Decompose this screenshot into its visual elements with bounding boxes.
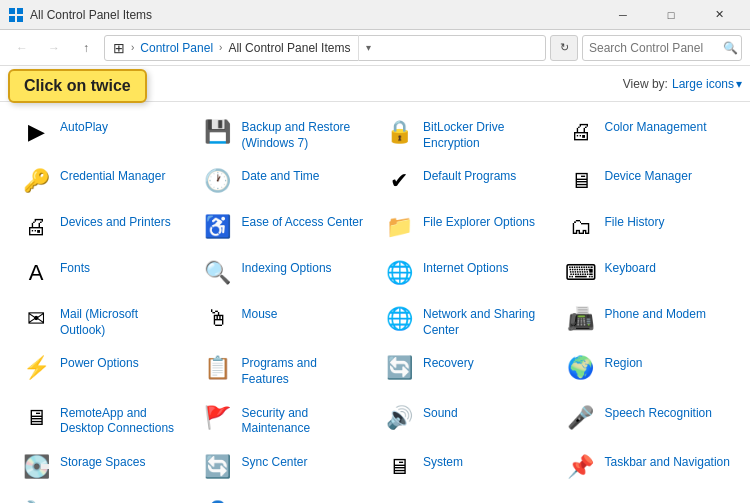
cp-item-troubleshoot[interactable]: 🔧Troubleshooting xyxy=(12,491,194,503)
cp-item-power[interactable]: ⚡Power Options xyxy=(12,346,194,393)
tooltip-bubble: Click on twice xyxy=(8,69,147,103)
cp-item-backup[interactable]: 💾Backup and Restore (Windows 7) xyxy=(194,110,376,157)
cp-item-sound[interactable]: 🔊Sound xyxy=(375,396,557,443)
backup-icon: 💾 xyxy=(202,116,234,148)
title-bar-controls: ─ □ ✕ xyxy=(600,0,742,30)
mouse-label: Mouse xyxy=(242,303,368,323)
fonts-label: Fonts xyxy=(60,257,186,277)
cp-item-winmobility[interactable]: 💻Windows Mobility Center xyxy=(557,491,739,503)
back-button[interactable]: ← xyxy=(8,34,36,62)
indexing-icon: 🔍 xyxy=(202,257,234,289)
view-by-label: View by: xyxy=(623,77,668,91)
cp-item-phone[interactable]: 📠Phone and Modem xyxy=(557,297,739,344)
cp-item-remoteapp[interactable]: 🖥RemoteApp and Desktop Connections xyxy=(12,396,194,443)
search-button[interactable]: 🔍 xyxy=(723,41,738,55)
items-grid: ▶AutoPlay💾Backup and Restore (Windows 7)… xyxy=(12,110,738,503)
back-icon: ← xyxy=(16,41,28,55)
refresh-icon: ↻ xyxy=(560,41,569,54)
refresh-button[interactable]: ↻ xyxy=(550,35,578,61)
cp-item-devmgr[interactable]: 🖥Device Manager xyxy=(557,159,739,203)
view-by-value-text: Large icons xyxy=(672,77,734,91)
region-label: Region xyxy=(605,352,731,372)
cp-item-filehist[interactable]: 🗂File History xyxy=(557,205,739,249)
search-input[interactable] xyxy=(589,41,719,55)
cp-item-fonts[interactable]: AFonts xyxy=(12,251,194,295)
security-label: Security and Maintenance xyxy=(242,402,368,437)
backup-label: Backup and Restore (Windows 7) xyxy=(242,116,368,151)
phone-label: Phone and Modem xyxy=(605,303,731,323)
title-bar: All Control Panel Items ─ □ ✕ xyxy=(0,0,750,30)
recovery-icon: 🔄 xyxy=(383,352,415,384)
path-control-panel[interactable]: Control Panel xyxy=(140,41,213,55)
windefender-icon: 🛡 xyxy=(383,497,415,503)
cp-item-indexing[interactable]: 🔍Indexing Options xyxy=(194,251,376,295)
address-path[interactable]: ⊞ › Control Panel › All Control Panel It… xyxy=(104,35,546,61)
defaultprog-icon: ✔ xyxy=(383,165,415,197)
cp-item-datetime[interactable]: 🕐Date and Time xyxy=(194,159,376,203)
internet-label: Internet Options xyxy=(423,257,549,277)
maximize-button[interactable]: □ xyxy=(648,0,694,30)
bitlocker-label: BitLocker Drive Encryption xyxy=(423,116,549,151)
cp-item-mouse[interactable]: 🖱Mouse xyxy=(194,297,376,344)
minimize-button[interactable]: ─ xyxy=(600,0,646,30)
cp-item-devprint[interactable]: 🖨Devices and Printers xyxy=(12,205,194,249)
credential-label: Credential Manager xyxy=(60,165,186,185)
storage-icon: 💽 xyxy=(20,451,52,483)
cp-item-ease[interactable]: ♿Ease of Access Center xyxy=(194,205,376,249)
cp-item-useraccts[interactable]: 👤User Accounts xyxy=(194,491,376,503)
cp-item-autoplay[interactable]: ▶AutoPlay xyxy=(12,110,194,157)
power-label: Power Options xyxy=(60,352,186,372)
cp-item-storage[interactable]: 💽Storage Spaces xyxy=(12,445,194,489)
useraccts-icon: 👤 xyxy=(202,497,234,503)
cp-item-taskbar[interactable]: 📌Taskbar and Navigation xyxy=(557,445,739,489)
ease-label: Ease of Access Center xyxy=(242,211,368,231)
cp-item-speech[interactable]: 🎤Speech Recognition xyxy=(557,396,739,443)
datetime-label: Date and Time xyxy=(242,165,368,185)
remoteapp-icon: 🖥 xyxy=(20,402,52,434)
cp-item-credential[interactable]: 🔑Credential Manager xyxy=(12,159,194,203)
sound-label: Sound xyxy=(423,402,549,422)
path-separator-2: › xyxy=(217,42,224,53)
path-separator-1: › xyxy=(129,42,136,53)
cp-item-sync[interactable]: 🔄Sync Center xyxy=(194,445,376,489)
sync-label: Sync Center xyxy=(242,451,368,471)
autoplay-icon: ▶ xyxy=(20,116,52,148)
cp-item-network[interactable]: 🌐Network and Sharing Center xyxy=(375,297,557,344)
cp-item-region[interactable]: 🌍Region xyxy=(557,346,739,393)
network-label: Network and Sharing Center xyxy=(423,303,549,338)
cp-item-mail[interactable]: ✉Mail (Microsoft Outlook) xyxy=(12,297,194,344)
keyboard-icon: ⌨ xyxy=(565,257,597,289)
cp-item-windefender[interactable]: 🛡Windows Defender Firewall xyxy=(375,491,557,503)
cp-item-system[interactable]: 🖥System xyxy=(375,445,557,489)
cp-item-security[interactable]: 🚩Security and Maintenance xyxy=(194,396,376,443)
view-by-section: View by: Large icons ▾ xyxy=(623,77,742,91)
cp-item-colormgmt[interactable]: 🖨Color Management xyxy=(557,110,739,157)
cp-item-fileexp[interactable]: 📁File Explorer Options xyxy=(375,205,557,249)
up-button[interactable]: ↑ xyxy=(72,34,100,62)
filehist-label: File History xyxy=(605,211,731,231)
cp-item-keyboard[interactable]: ⌨Keyboard xyxy=(557,251,739,295)
forward-button[interactable]: → xyxy=(40,34,68,62)
sync-icon: 🔄 xyxy=(202,451,234,483)
cp-item-bitlocker[interactable]: 🔒BitLocker Drive Encryption xyxy=(375,110,557,157)
filehist-icon: 🗂 xyxy=(565,211,597,243)
path-dropdown-button[interactable]: ▾ xyxy=(358,35,378,61)
cp-item-recovery[interactable]: 🔄Recovery xyxy=(375,346,557,393)
fonts-icon: A xyxy=(20,257,52,289)
cp-item-defaultprog[interactable]: ✔Default Programs xyxy=(375,159,557,203)
view-by-chevron: ▾ xyxy=(736,77,742,91)
remoteapp-label: RemoteApp and Desktop Connections xyxy=(60,402,186,437)
close-button[interactable]: ✕ xyxy=(696,0,742,30)
search-icon: 🔍 xyxy=(723,41,738,55)
cp-item-programs[interactable]: 📋Programs and Features xyxy=(194,346,376,393)
search-box: 🔍 xyxy=(582,35,742,61)
view-by-dropdown[interactable]: Large icons ▾ xyxy=(672,77,742,91)
ease-icon: ♿ xyxy=(202,211,234,243)
up-icon: ↑ xyxy=(83,41,89,55)
troubleshoot-label: Troubleshooting xyxy=(60,497,186,503)
indexing-label: Indexing Options xyxy=(242,257,368,277)
network-icon: 🌐 xyxy=(383,303,415,335)
recovery-label: Recovery xyxy=(423,352,549,372)
cp-item-internet[interactable]: 🌐Internet Options xyxy=(375,251,557,295)
security-icon: 🚩 xyxy=(202,402,234,434)
